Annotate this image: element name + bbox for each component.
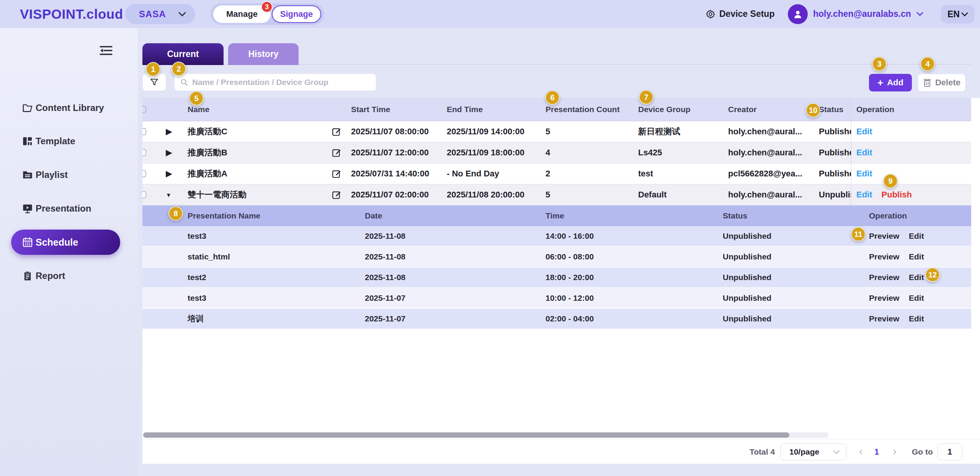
tab-current-label: Current <box>167 49 199 59</box>
manage-notification-badge: 3 <box>261 1 273 13</box>
sidebar-item-schedule[interactable]: Schedule <box>11 230 120 255</box>
add-button[interactable]: + Add <box>869 74 912 91</box>
preview-link[interactable]: Preview <box>869 273 899 282</box>
signage-button[interactable]: Signage <box>272 5 321 23</box>
plus-icon: + <box>877 78 883 88</box>
prev-page-button[interactable]: ‹ <box>859 439 863 464</box>
col-operation: Operation <box>856 105 894 114</box>
row-checkbox[interactable] <box>142 191 146 199</box>
pagination-bar: Total 4 10/page ‹ 1 › Go to <box>142 439 980 464</box>
presentation-date: 2025-11-08 <box>365 252 405 261</box>
edit-link[interactable]: Edit <box>856 127 872 137</box>
sidebar-item-template[interactable]: Template <box>0 130 138 152</box>
presentation-date: 2025-11-08 <box>365 273 405 282</box>
app-logo: VISPOINT.cloud <box>20 0 123 28</box>
device-setup-button[interactable]: Device Setup <box>706 0 774 28</box>
annotation-badge-4: 4 <box>920 57 935 71</box>
table-row: ▶ 推廣活動C 2025/11/07 08:00:00 2025/11/09 1… <box>142 121 971 142</box>
select-all-checkbox[interactable] <box>142 106 146 113</box>
filter-funnel-icon <box>150 78 159 87</box>
edit-name-icon[interactable] <box>332 190 341 200</box>
presentation-date: 2025-11-07 <box>365 314 405 323</box>
search-input[interactable] <box>192 78 371 87</box>
schedule-name: 推廣活動C <box>188 126 227 137</box>
gear-icon <box>706 9 715 19</box>
delete-button[interactable]: Delete <box>918 74 965 91</box>
sidebar-item-label: Report <box>36 271 65 281</box>
edit-link[interactable]: Edit <box>856 169 872 179</box>
edit-link[interactable]: Edit <box>856 190 872 200</box>
expand-caret-icon[interactable]: ▶ <box>166 148 172 158</box>
presentation-date: 2025-11-07 <box>365 293 405 303</box>
preview-link[interactable]: Preview <box>869 293 899 303</box>
schedule-name: 推廣活動B <box>188 147 227 158</box>
preview-link[interactable]: Preview <box>869 231 899 241</box>
page-number[interactable]: 1 <box>874 439 879 464</box>
publish-link[interactable]: Publish <box>882 190 912 200</box>
top-bar: VISPOINT.cloud SASA Manage 3 Signage Dev… <box>0 0 980 28</box>
sub-col-operation: Operation <box>869 211 907 220</box>
sidebar-item-report[interactable]: Report <box>0 265 138 287</box>
col-start: Start Time <box>351 105 390 114</box>
expand-caret-icon[interactable]: ▶ <box>166 169 172 179</box>
sidebar-item-playlist[interactable]: Playlist <box>0 164 138 186</box>
end-time: 2025/11/09 14:00:00 <box>447 127 524 137</box>
presentation-time: 18:00 - 20:00 <box>546 273 594 282</box>
row-checkbox[interactable] <box>142 128 146 135</box>
row-checkbox[interactable] <box>142 149 146 156</box>
sub-col-status: Status <box>723 211 747 220</box>
language-selector[interactable]: EN <box>941 5 975 23</box>
playlist-icon <box>22 170 33 180</box>
org-selector[interactable]: SASA <box>125 4 195 24</box>
presentation-time: 14:00 - 16:00 <box>546 231 594 241</box>
delete-label: Delete <box>935 78 960 88</box>
edit-name-icon[interactable] <box>332 169 341 179</box>
presentation-name: test3 <box>188 293 206 303</box>
edit-link[interactable]: Edit <box>909 231 924 241</box>
presentation-status: Unpublished <box>723 252 771 261</box>
annotation-badge-11: 11 <box>851 227 866 241</box>
sidebar-item-presentation[interactable]: Presentation <box>0 198 138 219</box>
edit-name-icon[interactable] <box>332 148 341 158</box>
preview-link[interactable]: Preview <box>869 252 899 261</box>
search-icon <box>180 78 188 86</box>
edit-link[interactable]: Edit <box>909 314 924 323</box>
goto-page-input[interactable] <box>937 443 962 460</box>
sub-col-time: Time <box>546 211 564 220</box>
edit-link[interactable]: Edit <box>909 273 924 282</box>
horizontal-scrollbar-track[interactable] <box>143 432 828 438</box>
row-checkbox[interactable] <box>142 170 146 178</box>
annotation-badge-7: 7 <box>639 90 653 104</box>
sidebar: Content Library Template Playlist Presen… <box>0 28 138 476</box>
user-profile[interactable]: holy.chen@auralabs.cn <box>788 0 923 28</box>
collapse-caret-icon[interactable]: ▼ <box>166 192 172 198</box>
device-group: Default <box>638 190 667 200</box>
presentation-name: test2 <box>188 273 206 282</box>
annotation-badge-9: 9 <box>883 174 898 188</box>
col-count: Presentation Count <box>546 105 620 114</box>
presentation-name: static_html <box>188 252 230 261</box>
person-icon <box>792 9 803 20</box>
annotation-badge-2: 2 <box>172 62 186 76</box>
col-name: Name <box>188 105 209 114</box>
expand-caret-icon[interactable]: ▶ <box>166 127 172 137</box>
annotation-badge-5: 5 <box>189 91 204 106</box>
col-end: End Time <box>447 105 483 114</box>
horizontal-scrollbar-thumb[interactable] <box>143 432 789 438</box>
next-page-button[interactable]: › <box>893 439 897 464</box>
page-size-select[interactable]: 10/page <box>781 443 846 460</box>
sub-table-header-row: Presentation Name Date Time Status Opera… <box>142 205 971 226</box>
edit-link[interactable]: Edit <box>909 252 924 261</box>
tab-history[interactable]: History <box>228 43 299 65</box>
mode-toggle: Manage 3 Signage <box>211 3 324 25</box>
annotation-badge-6: 6 <box>545 90 560 105</box>
sidebar-collapse-icon[interactable] <box>100 45 113 57</box>
preview-link[interactable]: Preview <box>869 314 899 323</box>
edit-name-icon[interactable] <box>332 127 341 137</box>
edit-link[interactable]: Edit <box>909 293 924 303</box>
presentation-status: Unpublished <box>723 293 771 303</box>
presentation-status: Unpublished <box>723 231 771 241</box>
sidebar-item-content-library[interactable]: Content Library <box>0 97 138 119</box>
chevron-down-icon <box>833 450 840 454</box>
edit-link[interactable]: Edit <box>856 148 872 158</box>
